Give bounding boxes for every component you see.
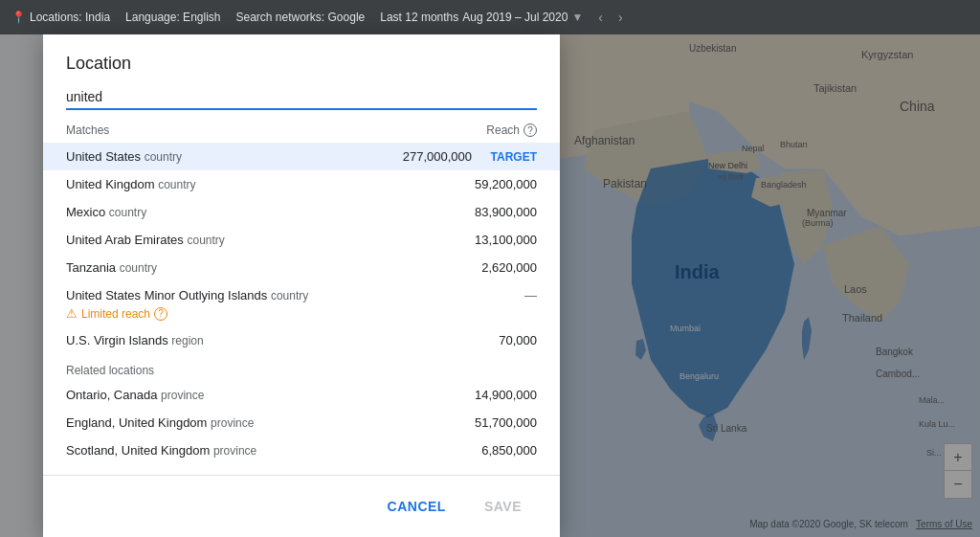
limited-reach-info-icon[interactable]: ?: [154, 307, 167, 321]
nav-date-range: Last 12 months Aug 2019 – Jul 2020 ▼: [380, 11, 583, 24]
result-name-uk: United Kingdom country: [66, 177, 451, 191]
limited-reach-row: ⚠ Limited reach ?: [43, 304, 560, 326]
result-row-uae[interactable]: United Arab Emirates country 13,100,000: [43, 226, 560, 254]
result-reach-usmi: —: [451, 288, 537, 302]
cancel-button[interactable]: CANCEL: [372, 491, 461, 522]
result-name-usvi: U.S. Virgin Islands region: [66, 333, 451, 347]
reach-header: Reach ?: [486, 123, 537, 137]
nav-locations-label: Locations: India: [30, 11, 110, 24]
target-button-us[interactable]: TARGET: [479, 150, 537, 164]
nav-language: Language: English: [125, 11, 220, 24]
search-section: [43, 85, 560, 110]
result-reach-uk: 59,200,000: [451, 177, 537, 191]
result-name-usmi: United States Minor Outlying Islands cou…: [66, 288, 451, 302]
nav-prev-icon[interactable]: ‹: [598, 10, 603, 25]
result-row-england[interactable]: England, United Kingdom province 51,700,…: [43, 409, 560, 436]
chevron-down-icon[interactable]: ▼: [571, 11, 583, 24]
result-reach-mexico: 83,900,000: [451, 205, 537, 219]
nav-date-range-label: Last 12 months: [380, 11, 458, 24]
result-reach-england: 51,700,000: [451, 415, 537, 430]
nav-locations: 📍 Locations: India: [11, 11, 110, 24]
result-name-uae: United Arab Emirates country: [66, 233, 451, 247]
result-reach-ontario: 14,900,000: [451, 388, 537, 402]
result-row-scotland[interactable]: Scotland, United Kingdom province 6,850,…: [43, 436, 560, 464]
location-dialog: Location Matches Reach ? United States c…: [43, 34, 560, 537]
top-nav: 📍 Locations: India Language: English Sea…: [0, 0, 980, 34]
result-row-uk[interactable]: United Kingdom country 59,200,000: [43, 170, 560, 198]
result-reach-uae: 13,100,000: [451, 233, 537, 247]
related-locations-header: Related locations: [43, 354, 560, 381]
result-row-us[interactable]: United States country 277,000,000 TARGET: [43, 143, 560, 170]
result-row-usvi[interactable]: U.S. Virgin Islands region 70,000: [43, 326, 560, 354]
location-pin-icon: 📍: [11, 11, 26, 24]
result-reach-usvi: 70,000: [451, 333, 537, 347]
result-name-us: United States country: [66, 149, 386, 164]
result-row-mexico[interactable]: Mexico country 83,900,000: [43, 198, 560, 226]
results-section: Matches Reach ? United States country 27…: [43, 110, 560, 475]
reach-info-icon[interactable]: ?: [523, 123, 537, 137]
result-name-tanzania: Tanzania country: [66, 260, 451, 275]
result-name-mexico: Mexico country: [66, 205, 451, 219]
nav-dates-label: Aug 2019 – Jul 2020: [462, 11, 568, 24]
matches-header: Matches: [66, 123, 109, 137]
result-name-england: England, United Kingdom province: [66, 415, 451, 430]
result-reach-us: 277,000,000: [386, 149, 472, 164]
nav-language-label: Language: English: [125, 11, 220, 24]
result-row-ontario[interactable]: Ontario, Canada province 14,900,000: [43, 381, 560, 409]
results-header: Matches Reach ?: [43, 118, 560, 143]
limited-reach-text: Limited reach: [81, 307, 150, 321]
result-name-scotland: Scotland, United Kingdom province: [66, 443, 451, 458]
dialog-footer: CANCEL SAVE: [43, 475, 560, 537]
result-row-usmi[interactable]: United States Minor Outlying Islands cou…: [43, 281, 560, 304]
dialog-title: Location: [43, 34, 560, 85]
warning-icon: ⚠: [66, 306, 78, 321]
nav-next-icon[interactable]: ›: [618, 10, 623, 25]
nav-search-networks-label: Search networks: Google: [235, 11, 365, 24]
result-name-ontario: Ontario, Canada province: [66, 388, 451, 402]
location-search-input[interactable]: [66, 85, 537, 110]
limited-reach-indicator: ⚠ Limited reach ?: [66, 306, 537, 321]
nav-search-networks: Search networks: Google: [235, 11, 365, 24]
result-row-tanzania[interactable]: Tanzania country 2,620,000: [43, 254, 560, 281]
result-reach-tanzania: 2,620,000: [451, 260, 537, 275]
result-reach-scotland: 6,850,000: [451, 443, 537, 458]
save-button[interactable]: SAVE: [469, 491, 537, 522]
reach-label: Reach: [486, 123, 520, 137]
